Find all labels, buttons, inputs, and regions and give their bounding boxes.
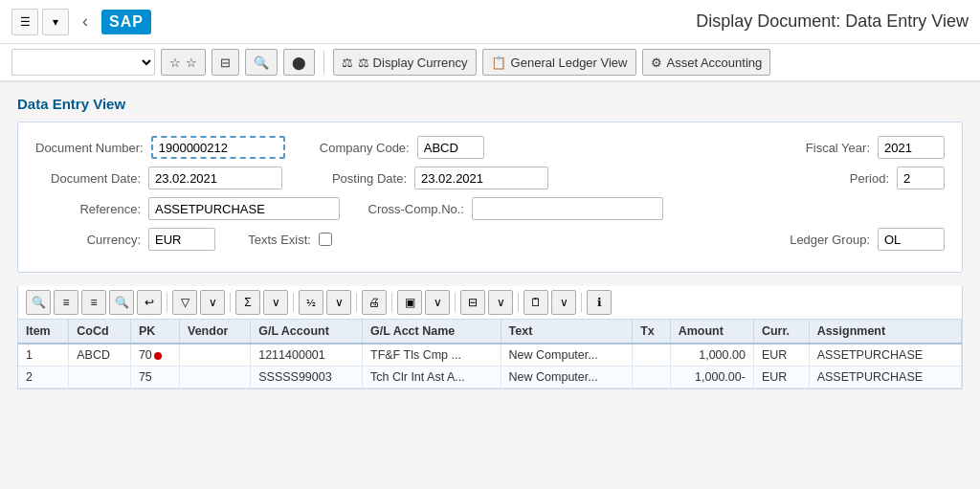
document-number-input[interactable] <box>151 136 285 159</box>
data-toolbar: 🔍 ≡ ≡ 🔍 ↩ ▽ ∨ Σ ∨ ⅟₂ ∨ 🖨 ▣ ∨ ⊟ ∨ 🗒 ∨ ℹ <box>17 286 963 320</box>
posting-date-input[interactable] <box>414 167 548 189</box>
dt-sep-4 <box>356 293 357 312</box>
toolbar-select[interactable] <box>11 49 155 76</box>
col-vendor: Vendor <box>180 320 251 344</box>
filter-icon: ▽ <box>181 296 189 309</box>
cross-comp-input[interactable] <box>472 197 663 220</box>
cell-text-2: New Computer... <box>501 367 633 389</box>
transaction-icon: ⊟ <box>220 56 231 70</box>
sum-icon: Σ <box>244 296 251 309</box>
balance-icon: ⚖ <box>342 56 353 70</box>
dt-undo-btn[interactable]: ↩ <box>137 290 162 315</box>
back-button[interactable]: ‹ <box>77 10 94 33</box>
col-gl-acct-name: G/L Acct Name <box>363 320 501 344</box>
texts-exist-label: Texts Exist: <box>234 233 311 247</box>
fiscal-year-group: Fiscal Year: <box>765 136 945 159</box>
dt-sum-down-btn[interactable]: ∨ <box>263 290 288 315</box>
reference-group: Reference: <box>35 197 340 220</box>
dt-sep-6 <box>455 293 456 312</box>
dt-zoom-btn[interactable]: 🔍 <box>26 290 51 315</box>
asset-accounting-label: Asset Accounting <box>667 56 763 70</box>
favorites-button[interactable]: ☆ ☆ <box>161 49 206 76</box>
export-down-icon: ∨ <box>497 296 505 309</box>
cell-tx-2 <box>633 367 670 389</box>
currency-input[interactable] <box>148 228 215 251</box>
dt-layout-btn[interactable]: 🗒 <box>523 290 548 315</box>
asset-icon: ⚙ <box>651 56 662 70</box>
dt-export-btn[interactable]: ⊟ <box>460 290 485 315</box>
dt-filter-down-btn[interactable]: ∨ <box>200 290 225 315</box>
favorites-icon2: ☆ <box>186 56 197 70</box>
fiscal-year-input[interactable] <box>878 136 945 159</box>
texts-exist-checkbox[interactable] <box>319 233 332 246</box>
texts-exist-group: Texts Exist: <box>234 233 332 247</box>
info-icon: ℹ <box>597 296 602 309</box>
dt-frac-btn[interactable]: ⅟₂ <box>299 290 323 315</box>
cell-text-1: New Computer... <box>501 344 633 367</box>
document-date-group: Document Date: <box>35 167 282 189</box>
undo-icon: ↩ <box>145 296 154 309</box>
flat-icon: ≡ <box>90 296 97 309</box>
ledger-group-input[interactable] <box>878 228 945 251</box>
document-date-input[interactable] <box>148 167 282 189</box>
dt-layout-down-btn[interactable]: ∨ <box>551 290 576 315</box>
top-bar: ☰ ▾ ‹ SAP Display Document: Data Entry V… <box>0 0 980 44</box>
dt-filter-btn[interactable]: ▽ <box>172 290 197 315</box>
section-title: Data Entry View <box>17 96 963 112</box>
menu-icon-btn[interactable]: ☰ <box>11 9 38 35</box>
col-tx: Tx <box>633 320 670 344</box>
dt-grid-down-btn[interactable]: ∨ <box>425 290 450 315</box>
dt-sep-3 <box>293 293 294 312</box>
ledger-group-label: Ledger Group: <box>765 233 870 247</box>
transaction-button[interactable]: ⊟ <box>212 49 239 76</box>
company-code-label: Company Code: <box>304 141 410 155</box>
zoom-icon: 🔍 <box>32 296 46 309</box>
data-table: Item CoCd PK Vendor G/L Account G/L Acct… <box>18 320 962 389</box>
dropdown-icon-btn[interactable]: ▾ <box>42 9 69 35</box>
dt-sep-8 <box>581 293 582 312</box>
dt-sep-1 <box>167 293 167 312</box>
dt-info-btn[interactable]: ℹ <box>587 290 612 315</box>
dt-sum-btn[interactable]: Σ <box>235 290 260 315</box>
fiscal-year-label: Fiscal Year: <box>765 141 870 155</box>
general-ledger-button[interactable]: 📋 General Ledger View <box>482 49 636 76</box>
col-cocd: CoCd <box>69 320 131 344</box>
cell-gl-account-2: SSSSS99003 <box>251 367 363 389</box>
period-group: Period: <box>784 167 945 189</box>
dt-print-btn[interactable]: 🖨 <box>362 290 387 315</box>
col-item: Item <box>18 320 69 344</box>
data-table-wrap: Item CoCd PK Vendor G/L Account G/L Acct… <box>17 320 963 389</box>
layout-icon: 🗒 <box>530 296 542 309</box>
print-icon: 🖨 <box>368 296 380 309</box>
cell-assignment-2: ASSETPURCHASE <box>809 367 961 389</box>
cell-gl-acct-name-2: Tch Clr Int Ast A... <box>363 367 501 389</box>
dt-frac-down-btn[interactable]: ∨ <box>326 290 351 315</box>
table-header-row: Item CoCd PK Vendor G/L Account G/L Acct… <box>18 320 962 344</box>
cell-cocd-1: ABCD <box>69 344 131 367</box>
col-pk: PK <box>130 320 179 344</box>
period-input[interactable] <box>897 167 945 189</box>
cell-assignment-1: ASSETPURCHASE <box>809 344 961 367</box>
hat-button[interactable]: ⬤ <box>283 49 315 76</box>
asset-accounting-button[interactable]: ⚙ Asset Accounting <box>642 49 771 76</box>
table-row: 1 ABCD 70 1211400001 TF&F Tls Cmp ... Ne… <box>18 344 962 367</box>
company-code-input[interactable] <box>417 136 484 159</box>
form-row-1: Document Number: Company Code: Fiscal Ye… <box>35 136 945 159</box>
cell-amount-2: 1,000.00- <box>670 367 753 389</box>
search-icon: 🔍 <box>254 56 269 70</box>
col-text: Text <box>501 320 633 344</box>
search-button[interactable]: 🔍 <box>245 49 278 76</box>
dt-sep-2 <box>230 293 231 312</box>
frac-icon: ⅟₂ <box>306 298 316 308</box>
dt-flat-btn[interactable]: ≡ <box>81 290 106 315</box>
main-content: Data Entry View Document Number: Company… <box>0 82 980 403</box>
dt-first-btn[interactable]: ≡ <box>54 290 78 315</box>
dt-find-btn[interactable]: 🔍 <box>109 290 134 315</box>
dt-grid-btn[interactable]: ▣ <box>397 290 422 315</box>
cell-item-1: 1 <box>18 344 69 367</box>
reference-input[interactable] <box>148 197 340 220</box>
form-row-3: Reference: Cross-Comp.No.: <box>35 197 945 220</box>
display-currency-button[interactable]: ⚖ ⚖ Display Currency <box>333 49 477 76</box>
dt-export-down-btn[interactable]: ∨ <box>488 290 513 315</box>
dt-sep-7 <box>518 293 519 312</box>
